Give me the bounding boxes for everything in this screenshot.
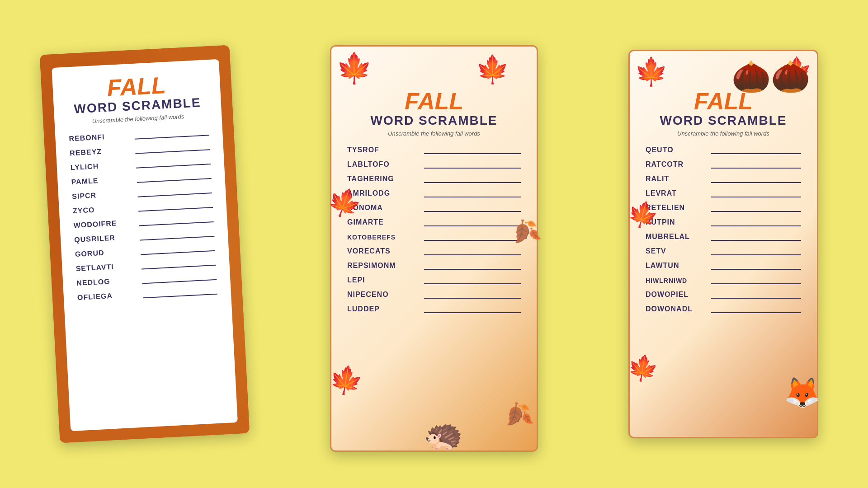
word-label: REBONFI [69, 131, 128, 143]
leaf-bottom-right-card: 🍁 [625, 351, 661, 385]
word-label: WODOIFRE [73, 218, 132, 230]
word-label: HIWLRNIWD [646, 277, 704, 284]
word-label: GORUD [75, 247, 134, 258]
word-label: DOWOPIEL [646, 291, 704, 299]
word-label: TYSROF [347, 146, 417, 154]
word-row: QEUTO [646, 146, 801, 154]
leaf-icon-top-left: 🍁 [336, 51, 373, 85]
word-label: LAWTUN [646, 262, 704, 270]
hedgehog-icon: 🦔 [424, 416, 463, 453]
answer-line[interactable] [424, 262, 521, 270]
word-label: NEDLOG [76, 276, 136, 287]
right-word-list: QEUTO RATCOTR RALIT LEVRAT RETELIEN RUTP… [646, 146, 801, 313]
word-row: NIPECENO [347, 291, 521, 299]
word-row: RONOMA [347, 204, 521, 212]
word-label: VORECATS [347, 247, 417, 255]
card-left: FALL WORD SCRAMBLE Unscramble the follow… [40, 45, 250, 443]
answer-line[interactable] [424, 291, 521, 299]
answer-line[interactable] [424, 146, 521, 154]
answer-line[interactable] [135, 142, 210, 154]
answer-line[interactable] [138, 200, 213, 212]
answer-line[interactable] [711, 175, 801, 183]
word-label: NIPECENO [347, 291, 417, 299]
right-title-word-scramble: WORD SCRAMBLE [646, 114, 801, 128]
right-header: FALL WORD SCRAMBLE Unscramble the follow… [646, 85, 801, 137]
word-label: DOWONADL [646, 305, 704, 313]
leaf-icon-bottom-right: 🍂 [501, 399, 535, 431]
answer-line[interactable] [711, 276, 801, 284]
word-row: VORECATS [347, 247, 521, 255]
answer-line[interactable] [711, 233, 801, 241]
answer-line[interactable] [137, 185, 212, 197]
word-row: LEVRAT [646, 189, 801, 197]
answer-line[interactable] [134, 127, 209, 140]
answer-line[interactable] [711, 160, 801, 169]
answer-line[interactable] [424, 218, 521, 226]
right-subtitle: Unscramble the following fall words [646, 130, 801, 137]
leaf-icon-top-right: 🍁 [476, 53, 509, 85]
leaf-icon-top-left-right-card: 🍁 [634, 56, 668, 88]
word-row: GORUD [75, 243, 216, 258]
word-label: SIPCR [72, 189, 131, 201]
answer-line[interactable] [711, 247, 801, 255]
word-row: SIPCR [72, 185, 212, 201]
word-row: SETLAVTI [75, 258, 216, 273]
word-label: QUSRILER [74, 233, 133, 244]
leaf-icon-bottom-left: 🍁 [326, 361, 365, 399]
word-row: OFLIEGA [77, 286, 218, 302]
answer-line[interactable] [140, 229, 215, 241]
answer-line[interactable] [142, 272, 217, 284]
answer-line[interactable] [424, 305, 521, 313]
answer-line[interactable] [711, 146, 801, 154]
answer-line[interactable] [424, 276, 521, 284]
answer-line[interactable] [424, 233, 521, 241]
answer-line[interactable] [137, 171, 212, 183]
center-word-list: TYSROF LABLTOFO TAGHERING AMRILODG RONOM… [347, 146, 521, 313]
word-row: GIMARTE [347, 218, 521, 226]
word-row: DOWONADL [646, 305, 801, 313]
word-label: RATCOTR [646, 160, 704, 169]
answer-line[interactable] [424, 175, 521, 183]
right-title-fall: FALL [646, 89, 801, 113]
answer-line[interactable] [424, 247, 521, 255]
word-row: TYSROF [347, 146, 521, 154]
center-header: FALL WORD SCRAMBLE Unscramble the follow… [347, 85, 521, 137]
word-label: MUBRELAL [646, 233, 704, 241]
answer-line[interactable] [139, 214, 214, 226]
word-label: TAGHERING [347, 175, 417, 183]
word-row: KOTOBEREFS [347, 233, 521, 241]
word-row: REBEYZ [70, 142, 210, 157]
center-subtitle: Unscramble the following fall words [347, 130, 521, 137]
center-title-fall: FALL [347, 89, 521, 113]
answer-line[interactable] [424, 160, 521, 169]
word-label: GIMARTE [347, 218, 417, 226]
word-label: LABLTOFO [347, 160, 417, 169]
word-row: RATCOTR [646, 160, 801, 169]
answer-line[interactable] [136, 156, 211, 169]
card-center: 🍁 🍁 🍁 🍂 🍁 🍂 🦔 FALL WORD SCRAMBLE Unscram… [330, 45, 538, 452]
answer-line[interactable] [142, 286, 217, 299]
word-row: DOWOPIEL [646, 291, 801, 299]
word-row: ZYCO [72, 200, 213, 215]
answer-line[interactable] [711, 305, 801, 313]
word-row: PAMLE [71, 171, 212, 186]
word-label: LEVRAT [646, 189, 704, 197]
fox-icon: 🦊 [784, 375, 821, 410]
word-label: REBEYZ [70, 146, 129, 157]
answer-line[interactable] [711, 262, 801, 270]
answer-line[interactable] [141, 258, 216, 270]
answer-line[interactable] [711, 218, 801, 226]
card-left-inner: FALL WORD SCRAMBLE Unscramble the follow… [52, 59, 238, 431]
word-row: RETELIEN [646, 204, 801, 212]
answer-line[interactable] [711, 204, 801, 212]
left-header: FALL WORD SCRAMBLE Unscramble the follow… [66, 71, 208, 126]
word-row: HIWLRNIWD [646, 276, 801, 284]
answer-line[interactable] [140, 243, 215, 255]
answer-line[interactable] [424, 204, 521, 212]
answer-line[interactable] [424, 189, 521, 197]
word-label: RALIT [646, 175, 704, 183]
answer-line[interactable] [711, 189, 801, 197]
word-label: SETV [646, 247, 704, 255]
answer-line[interactable] [711, 291, 801, 299]
center-title-word-scramble: WORD SCRAMBLE [347, 114, 521, 128]
